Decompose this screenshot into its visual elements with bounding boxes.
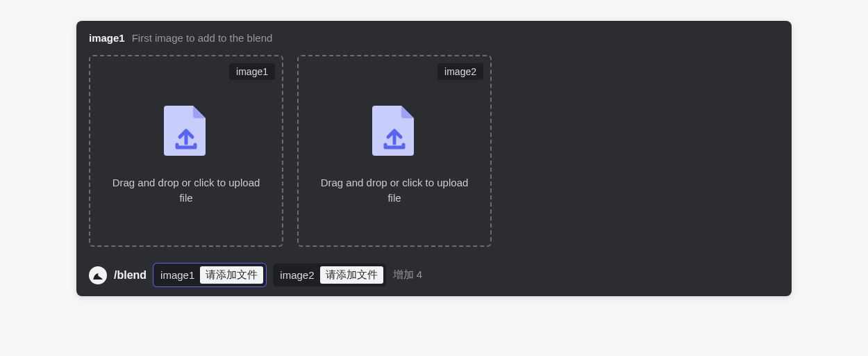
dropzone-badge: image2 [437, 63, 483, 80]
dropzone-hint: Drag and drop or click to upload file [90, 175, 282, 207]
command-options-panel: image1 First image to add to the blend i… [76, 21, 792, 296]
dropzone-badge: image1 [229, 63, 275, 80]
active-param-name: image1 [89, 32, 125, 44]
dropzone-image1[interactable]: image1 Drag and drop or click to upload … [89, 55, 283, 247]
param-pill-label: image2 [280, 269, 314, 281]
dropzone-hint: Drag and drop or click to upload file [299, 175, 490, 207]
param-pill-image2[interactable]: image2 请添加文件 [273, 264, 385, 286]
param-pill-label: image1 [160, 269, 194, 281]
command-input-row: /blend image1 请添加文件 image2 请添加文件 增加 4 [89, 264, 779, 286]
upload-dropzones: image1 Drag and drop or click to upload … [89, 55, 779, 247]
param-pill-action: 请添加文件 [320, 266, 383, 284]
bot-avatar [89, 266, 107, 284]
dropzone-image2[interactable]: image2 Drag and drop or click to upload … [297, 55, 492, 247]
param-pill-action: 请添加文件 [200, 266, 263, 284]
slash-command-text: /blend [114, 269, 147, 282]
param-pill-image1[interactable]: image1 请添加文件 [153, 264, 266, 286]
upload-file-icon [372, 103, 417, 159]
active-param-description: First image to add to the blend [132, 32, 273, 44]
add-more-options[interactable]: 增加 4 [393, 268, 423, 282]
upload-file-icon [164, 103, 208, 159]
active-param-header: image1 First image to add to the blend [89, 32, 779, 44]
